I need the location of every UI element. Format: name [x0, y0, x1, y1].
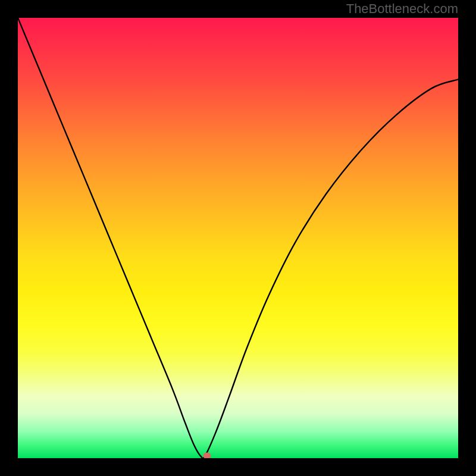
- chart-plot-area: [18, 18, 458, 458]
- chart-curve-svg: [18, 18, 458, 458]
- bottleneck-curve-path: [18, 18, 458, 458]
- optimal-point-marker: [203, 453, 211, 458]
- watermark-text: TheBottleneck.com: [346, 1, 458, 17]
